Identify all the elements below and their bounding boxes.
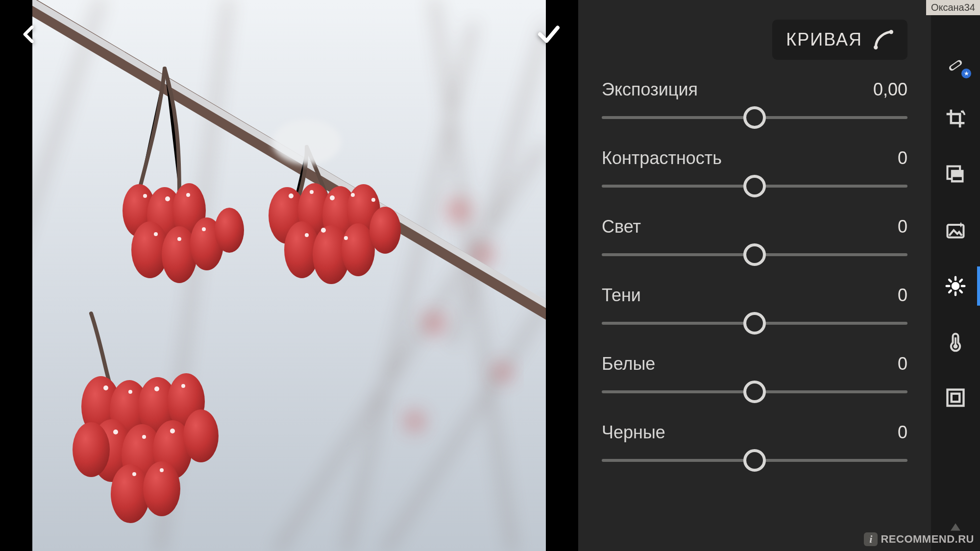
color-button[interactable]: [942, 328, 969, 356]
svg-point-6: [272, 120, 341, 165]
curve-button[interactable]: КРИВАЯ: [772, 20, 907, 60]
slider-value: 0,00: [873, 79, 907, 100]
color-temp-icon: [945, 331, 966, 353]
svg-point-17: [330, 195, 335, 200]
svg-point-20: [321, 228, 326, 233]
user-tag: Оксана34: [926, 0, 980, 15]
svg-point-15: [289, 193, 294, 198]
slider-value: 0: [898, 285, 907, 306]
svg-point-22: [305, 233, 309, 237]
svg-rect-62: [953, 177, 962, 180]
svg-point-55: [160, 468, 164, 472]
checkmark-icon: [536, 21, 562, 48]
slider-track[interactable]: [602, 108, 907, 127]
crop-button[interactable]: [942, 105, 969, 132]
slider-highlights: Свет 0: [602, 216, 907, 264]
svg-point-47: [103, 385, 108, 390]
svg-point-48: [128, 390, 132, 394]
svg-rect-67: [948, 390, 964, 406]
auto-enhance-button[interactable]: [942, 216, 969, 244]
slider-label: Контрастность: [602, 148, 722, 168]
slider-thumb[interactable]: [743, 106, 766, 129]
svg-rect-61: [951, 170, 964, 183]
watermark: i RECOMMEND.RU: [864, 532, 974, 546]
svg-point-65: [954, 344, 958, 349]
chevron-left-icon: [19, 24, 40, 45]
svg-point-57: [889, 30, 893, 34]
slider-thumb[interactable]: [743, 381, 766, 403]
photo-canvas[interactable]: [32, 0, 546, 551]
curve-label: КРИВАЯ: [786, 29, 862, 50]
svg-point-4: [493, 362, 513, 382]
app-root: КРИВАЯ Экспозиция 0,00 Контрастность: [0, 0, 980, 551]
svg-point-35: [202, 227, 206, 231]
light-icon: [945, 275, 966, 297]
svg-point-53: [170, 429, 175, 433]
slider-track[interactable]: [602, 245, 907, 264]
light-button[interactable]: [942, 272, 969, 300]
slider-thumb[interactable]: [743, 175, 766, 197]
svg-point-43: [73, 422, 110, 477]
slider-exposure: Экспозиция 0,00: [602, 79, 907, 127]
svg-point-44: [183, 409, 219, 462]
crop-icon: [945, 108, 966, 129]
svg-point-34: [177, 237, 181, 241]
svg-point-18: [351, 193, 355, 197]
slider-track[interactable]: [602, 382, 907, 402]
svg-point-31: [165, 196, 170, 201]
photo-viewer: [0, 0, 578, 551]
svg-point-16: [310, 190, 314, 194]
presets-icon: [945, 164, 966, 185]
svg-point-1: [446, 198, 471, 223]
confirm-button[interactable]: [534, 20, 564, 49]
svg-point-3: [422, 311, 446, 335]
svg-point-21: [344, 236, 348, 240]
slider-label: Белые: [602, 354, 655, 374]
svg-rect-66: [955, 337, 956, 345]
healing-brush-button[interactable]: ★: [942, 49, 969, 76]
svg-point-19: [371, 198, 375, 202]
slider-contrast: Контрастность 0: [602, 148, 907, 196]
slider-list: Экспозиция 0,00 Контрастность 0 Свет: [602, 79, 907, 470]
watermark-text: RECOMMEND.RU: [881, 533, 974, 546]
auto-photo-icon: [945, 219, 966, 241]
frame-button[interactable]: [942, 384, 969, 411]
slider-thumb[interactable]: [743, 312, 766, 335]
back-button[interactable]: [15, 20, 44, 49]
svg-point-56: [874, 46, 878, 49]
slider-shadows: Тени 0: [602, 285, 907, 333]
svg-point-64: [952, 282, 960, 290]
svg-point-50: [181, 384, 185, 388]
light-panel: КРИВАЯ Экспозиция 0,00 Контрастность: [578, 0, 931, 551]
slider-value: 0: [898, 148, 907, 168]
svg-point-30: [143, 194, 147, 198]
presets-button[interactable]: [942, 161, 969, 188]
slider-value: 0: [898, 216, 907, 237]
slider-thumb[interactable]: [743, 449, 766, 472]
slider-blacks: Черные 0: [602, 422, 907, 470]
svg-point-14: [369, 207, 401, 254]
slider-value: 0: [898, 422, 907, 443]
curve-icon: [873, 29, 894, 50]
slider-label: Тени: [602, 285, 641, 306]
svg-point-51: [113, 430, 118, 434]
slider-label: Экспозиция: [602, 79, 698, 100]
slider-track[interactable]: [602, 313, 907, 333]
svg-point-33: [154, 232, 158, 236]
slider-whites: Белые 0: [602, 354, 907, 402]
svg-point-32: [186, 193, 190, 197]
frame-fit-icon: [945, 387, 966, 408]
slider-track[interactable]: [602, 451, 907, 470]
slider-thumb[interactable]: [743, 243, 766, 266]
svg-point-29: [215, 208, 244, 253]
svg-point-5: [404, 410, 425, 432]
slider-track[interactable]: [602, 176, 907, 196]
right-toolbar: ★: [931, 0, 980, 551]
svg-point-54: [132, 472, 136, 476]
watermark-logo-icon: i: [864, 532, 878, 546]
premium-badge-icon: ★: [961, 69, 971, 78]
slider-value: 0: [898, 354, 907, 374]
slider-label: Свет: [602, 216, 641, 237]
slider-label: Черные: [602, 422, 665, 443]
svg-rect-68: [952, 394, 960, 402]
